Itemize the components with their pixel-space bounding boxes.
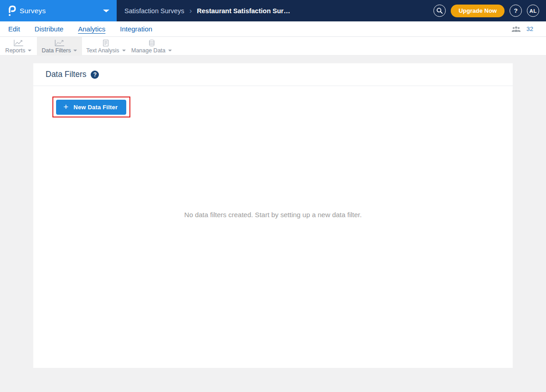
breadcrumb: Satisfaction Surveys › Restaurant Satisf… — [117, 0, 290, 21]
toolbar-item-manage-data[interactable]: Manage Data — [130, 37, 173, 55]
panel-header: Data Filters ? — [33, 63, 513, 86]
toolbar-label-data-filters: Data Filters — [42, 47, 71, 54]
help-icon[interactable]: ? — [91, 71, 99, 79]
top-bar: Surveys Satisfaction Surveys › Restauran… — [0, 0, 546, 21]
caret-down-icon — [168, 50, 172, 51]
text-document-icon — [103, 40, 109, 46]
line-chart-icon — [13, 40, 24, 46]
respondents-count: 32 — [526, 25, 533, 32]
topbar-actions: Upgrade Now ? AL — [433, 0, 546, 21]
annotation-highlight-box: + New Data Filter — [52, 97, 130, 117]
toolbar-item-reports[interactable]: Reports — [0, 37, 37, 55]
data-filters-panel: Data Filters ? + New Data Filter No data… — [33, 63, 513, 368]
toolbar-label-text-analysis: Text Analysis — [86, 47, 119, 54]
new-data-filter-label: New Data Filter — [73, 104, 118, 111]
user-avatar[interactable]: AL — [527, 5, 539, 17]
tab-distribute[interactable]: Distribute — [35, 25, 63, 33]
breadcrumb-survey-name[interactable]: Restaurant Satisfaction Sur… — [197, 7, 290, 15]
analytics-toolbar: Reports Data Filters Text Analysis — [0, 37, 546, 56]
survey-nav: Edit Distribute Analytics Integration 32 — [0, 21, 546, 37]
panel-title: Data Filters — [46, 70, 86, 79]
avatar-initials: AL — [530, 8, 537, 14]
toolbar-label-reports: Reports — [5, 47, 26, 54]
upgrade-now-button[interactable]: Upgrade Now — [451, 5, 505, 17]
tab-edit[interactable]: Edit — [8, 25, 20, 33]
search-button[interactable] — [433, 5, 446, 17]
plus-icon: + — [63, 102, 68, 111]
line-chart-dashed-icon — [54, 40, 65, 46]
tab-analytics[interactable]: Analytics — [78, 25, 105, 33]
empty-state-message: No data filters created. Start by settin… — [33, 211, 513, 219]
breadcrumb-separator-icon: › — [188, 7, 193, 15]
database-icon — [148, 40, 155, 46]
search-icon — [436, 7, 443, 14]
product-name: Surveys — [20, 7, 46, 15]
nav-links: Edit Distribute Analytics Integration — [8, 25, 152, 33]
toolbar-item-data-filters[interactable]: Data Filters — [37, 37, 82, 55]
help-button[interactable]: ? — [510, 5, 522, 17]
breadcrumb-folder[interactable]: Satisfaction Surveys — [124, 7, 184, 15]
questionpro-logo-icon — [8, 5, 16, 17]
caret-down-icon — [103, 10, 109, 12]
caret-down-icon — [122, 50, 126, 51]
caret-down-icon — [73, 50, 77, 51]
page-content: Data Filters ? + New Data Filter No data… — [0, 56, 546, 368]
toolbar-label-manage-data: Manage Data — [131, 47, 165, 54]
caret-down-icon — [28, 50, 31, 51]
product-switcher[interactable]: Surveys — [0, 0, 117, 21]
people-icon — [511, 26, 521, 32]
tab-integration[interactable]: Integration — [120, 25, 152, 33]
question-mark-icon: ? — [514, 7, 517, 14]
toolbar-item-text-analysis[interactable]: Text Analysis — [82, 37, 130, 55]
respondents-counter[interactable]: 32 — [511, 25, 533, 32]
new-data-filter-button[interactable]: + New Data Filter — [56, 100, 126, 115]
